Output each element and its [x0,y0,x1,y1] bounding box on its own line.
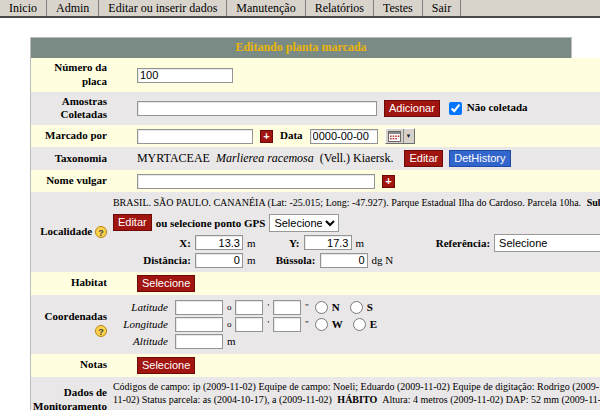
second-symbol: " [305,319,309,329]
calendar-dropdown-icon: ▼ [403,129,414,143]
minute-symbol: ' [267,319,269,329]
habitat-selecione-button[interactable]: Selecione [137,275,195,292]
longitude-label: Longitude [113,318,168,330]
y-unit: m [356,237,365,249]
latitude-min-input[interactable] [235,300,263,315]
latitude-sec-input[interactable] [273,300,301,315]
adicionar-button[interactable]: Adicionar [384,100,440,117]
menu-item-editar-inserir[interactable]: Editar ou inserir dados [99,0,227,16]
menu-item-testes[interactable]: Testes [374,0,423,16]
row-marcado-por: Marcado por + Data [31,125,600,147]
referencia-select[interactable]: Selecione [494,234,600,252]
add-marcador-button[interactable]: + [260,130,273,143]
latitude-deg-input[interactable] [175,300,223,315]
edit-plant-form: Editando planta marcada Número da placa … [30,37,572,410]
latitude-south-radio[interactable] [350,301,363,314]
amostras-input[interactable] [137,101,377,116]
localidade-description-text: BRASIL. SÃO PAULO. CANANÉIA (Lat: -25.01… [113,197,581,208]
referencia-label: Referência: [372,237,490,249]
degree-symbol: o [227,302,232,312]
taxonomia-family: MYRTACEAE [137,151,210,165]
monitoramento-text: Códigos de campo: ip (2009-11-02) Equipe… [113,380,600,410]
menu-item-admin[interactable]: Admin [47,0,99,16]
distancia-input[interactable] [195,253,243,268]
altitude-label: Altitude [113,335,168,347]
second-symbol: " [305,302,309,312]
localidade-description: BRASIL. SÃO PAULO. CANANÉIA (Lat: -25.01… [113,195,600,212]
menu-item-relatorios[interactable]: Relatórios [306,0,374,16]
numero-placa-input[interactable] [137,68,233,83]
amostras-label: Amostras Coletadas [31,92,111,126]
east-label: E [370,318,377,330]
row-numero-placa: Número da placa [31,58,600,92]
bussola-input[interactable] [320,253,368,268]
nome-vulgar-label: Nome vulgar [31,170,111,192]
data-label: Data [280,129,303,141]
y-input[interactable] [304,235,352,250]
marcado-por-label: Marcado por [31,125,111,147]
longitude-deg-input[interactable] [175,317,223,332]
row-notas: Notas Selecione [31,354,600,377]
north-label: N [332,301,340,313]
monitoramento-habito: HÁBITO [337,394,377,405]
row-localidade: Localidade ? BRASIL. SÃO PAULO. CANANÉIA… [31,192,600,272]
south-label: S [367,301,373,313]
degree-symbol: o [227,319,232,329]
latitude-label: Latitude [113,301,168,313]
distancia-label: Distância: [113,254,191,266]
bussola-unit: dg N [372,254,394,266]
notas-label: Notas [31,354,111,377]
altitude-unit: m [227,335,236,347]
nome-vulgar-input[interactable] [137,174,375,189]
longitude-sec-input[interactable] [273,317,301,332]
altitude-input[interactable] [175,334,223,349]
minute-symbol: ' [267,302,269,312]
menu-item-inicio[interactable]: Inicio [0,0,47,16]
taxonomia-label: Taxonomia [31,147,111,170]
localidade-label: Localidade [40,225,92,237]
habitat-label: Habitat [31,272,111,295]
gps-label: ou selecione ponto GPS [156,217,266,229]
coordenadas-label: Coordenadas [45,310,107,322]
localidade-editar-button[interactable]: Editar [113,214,152,231]
west-label: W [332,318,343,330]
row-taxonomia: Taxonomia MYRTACEAE Marlierea racemosa (… [31,147,600,170]
marcado-por-input[interactable] [137,129,253,144]
row-coordenadas: Coordenadas ? Latitude o ' " N S [31,295,600,354]
menu-item-manutencao[interactable]: Manutenção [227,0,305,16]
localidade-subparcela: SubParcela B00. [587,197,600,208]
taxonomia-species: Marlierea racemosa [216,151,314,165]
date-picker-button[interactable]: ▼ [385,128,415,144]
distancia-unit: m [247,254,256,266]
coordenadas-label-cell: Coordenadas ? [31,295,111,354]
notas-selecione-button[interactable]: Selecione [137,357,195,374]
longitude-west-radio[interactable] [315,318,328,331]
longitude-min-input[interactable] [235,317,263,332]
row-monitoramento: Dados de Monitoramento Códigos de campo:… [31,377,600,410]
taxonomia-author: (Vell.) Kiaersk. [320,151,394,165]
gps-select[interactable]: Selecione [269,214,339,232]
x-unit: m [247,237,256,249]
top-menu-bar: Inicio Admin Editar ou inserir dados Man… [0,0,600,18]
y-label: Y: [264,237,300,249]
monitoramento-label: Dados de Monitoramento [31,377,111,410]
dethistory-button[interactable]: DetHistory [449,150,510,167]
nao-coletada-checkbox[interactable] [449,102,462,115]
taxonomia-editar-button[interactable]: Editar [404,150,443,167]
coordenadas-help-icon[interactable]: ? [95,325,107,337]
data-input[interactable] [310,129,378,144]
x-label: X: [113,237,191,249]
menu-item-sair[interactable]: Sair [423,0,461,16]
row-nome-vulgar: Nome vulgar + [31,170,600,192]
bussola-label: Bússola: [264,254,316,266]
nao-coletada-label: Não coletada [467,101,528,113]
numero-placa-label: Número da placa [31,58,111,92]
localidade-help-icon[interactable]: ? [95,226,107,238]
x-input[interactable] [195,235,243,250]
row-habitat: Habitat Selecione [31,272,600,295]
form-title: Editando planta marcada [31,38,571,58]
add-nome-vulgar-button[interactable]: + [382,175,395,188]
latitude-north-radio[interactable] [315,301,328,314]
longitude-east-radio[interactable] [353,318,366,331]
row-amostras: Amostras Coletadas Adicionar Não coletad… [31,92,600,126]
